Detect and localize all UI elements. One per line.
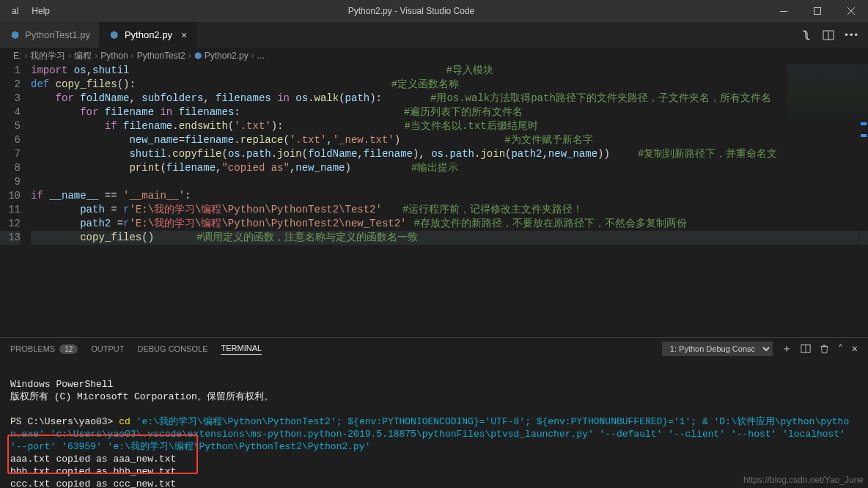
terminal-cmd: cd (113, 416, 136, 427)
overview-ruler[interactable] (858, 64, 868, 337)
title-bar: al Help Python2.py - Visual Studio Code (0, 0, 868, 22)
terminal-line: ccc.txt copied as ccc_new.txt (10, 478, 176, 488)
python-icon: ⬢ (9, 29, 21, 40)
minimize-button[interactable] (767, 0, 801, 22)
code-line[interactable]: if filename.endswith('.txt'):#当文件名以.txt后… (31, 119, 868, 133)
code-line[interactable]: for foldName, subfolders, filenames in o… (31, 92, 868, 106)
svg-rect-0 (780, 11, 787, 12)
code-line[interactable]: new_name=filename.replace('.txt','_new.t… (31, 133, 868, 147)
terminal-line: Windows PowerShell (10, 379, 113, 390)
window-title: Python2.py - Visual Studio Code (56, 6, 767, 16)
maximize-panel-icon[interactable]: ˄ (838, 343, 843, 355)
python-icon: ⬢ (194, 51, 202, 61)
code-line[interactable]: path2 =r'E:\我的学习\编程\Python\PythonTest2\n… (31, 217, 868, 231)
kill-terminal-icon[interactable] (820, 344, 829, 354)
line-number: 4 (0, 106, 21, 119)
close-window-button[interactable] (834, 0, 868, 22)
breadcrumb-seg[interactable]: PythonTest2 (137, 51, 185, 61)
line-number: 9 (0, 175, 21, 189)
terminal-output[interactable]: Windows PowerShell 版权所有 (C) Microsoft Co… (0, 360, 868, 488)
line-number: 3 (0, 92, 21, 106)
compare-changes-icon[interactable] (801, 29, 812, 41)
maximize-button[interactable] (801, 0, 834, 22)
tab-label: Python2.py (125, 29, 172, 40)
bottom-panel: PROBLEMS 12 OUTPUT DEBUG CONSOLE TERMINA… (0, 337, 868, 488)
terminal-line: aaa.txt copied as aaa_new.txt (10, 454, 176, 465)
code-line[interactable]: def copy_files():#定义函数名称 (31, 78, 868, 92)
code-editor[interactable]: 12345678910111213 import os,shutil#导入模块d… (0, 64, 868, 337)
more-actions-icon[interactable]: ••• (845, 29, 859, 40)
breadcrumb[interactable]: E:› 我的学习› 编程› Python› PythonTest2› ⬢ Pyt… (0, 48, 868, 64)
watermark-text: https://blog.csdn.net/Yao_June (743, 475, 864, 485)
line-number: 11 (0, 203, 21, 217)
code-line[interactable]: copy_files()#调用定义的函数，注意名称与定义的函数名一致 (31, 231, 868, 245)
line-number: 6 (0, 133, 21, 147)
breadcrumb-seg[interactable]: E: (13, 51, 21, 61)
close-panel-icon[interactable]: × (852, 343, 858, 355)
breadcrumb-seg[interactable]: 我的学习 (30, 50, 65, 62)
code-area[interactable]: import os,shutil#导入模块def copy_files():#定… (31, 64, 868, 337)
panel-tab-terminal[interactable]: TERMINAL (221, 344, 262, 355)
terminal-prompt: PS C:\Users\yao03> (10, 416, 113, 427)
close-icon[interactable]: × (181, 29, 187, 41)
line-number: 2 (0, 78, 21, 92)
problems-count-badge: 12 (59, 344, 78, 354)
terminal-selector[interactable]: 1: Python Debug Consc (662, 341, 773, 356)
line-number: 10 (0, 189, 21, 203)
line-number: 1 (0, 64, 21, 78)
new-terminal-icon[interactable]: ＋ (781, 342, 792, 355)
breadcrumb-seg[interactable]: Python (100, 51, 128, 61)
code-line[interactable]: if __name__ == '__main__': (31, 189, 868, 203)
editor-tabs: ⬢ PythonTest1.py ⬢ Python2.py × ••• (0, 22, 868, 48)
code-line[interactable]: print(filename,"copied as",new_name)#输出提… (31, 161, 868, 175)
panel-tab-problems[interactable]: PROBLEMS 12 (10, 344, 78, 354)
tab-label: PythonTest1.py (25, 29, 90, 40)
code-line[interactable]: path = r'E:\我的学习\编程\Python\PythonTest2\T… (31, 203, 868, 217)
line-number-gutter: 12345678910111213 (0, 64, 31, 337)
line-number: 12 (0, 217, 21, 231)
breadcrumb-seg[interactable]: 编程 (74, 50, 92, 62)
code-line[interactable] (31, 175, 868, 189)
panel-tab-debug-console[interactable]: DEBUG CONSOLE (138, 344, 208, 353)
split-terminal-icon[interactable] (801, 344, 811, 354)
menu-item-al[interactable]: al (6, 3, 24, 19)
breadcrumb-seg[interactable]: ... (257, 51, 265, 61)
minimap[interactable] (787, 64, 868, 122)
panel-tab-label: PROBLEMS (10, 344, 55, 353)
line-number: 7 (0, 147, 21, 161)
code-line[interactable]: import os,shutil#导入模块 (31, 64, 868, 78)
terminal-args: 'e:\我的学习\编程\Python\PythonTest2'; ${env:P… (10, 416, 851, 452)
python-icon: ⬢ (108, 29, 120, 40)
menu-item-help[interactable]: Help (26, 3, 56, 19)
breadcrumb-seg[interactable]: Python2.py (205, 51, 249, 61)
code-line[interactable]: for filename in filenames:#遍历列表下的所有文件名 (31, 106, 868, 119)
line-number: 8 (0, 161, 21, 175)
terminal-line: 版权所有 (C) Microsoft Corporation。保留所有权利。 (10, 391, 273, 402)
line-number: 5 (0, 119, 21, 133)
split-editor-icon[interactable] (823, 29, 834, 41)
tab-python2[interactable]: ⬢ Python2.py × (100, 22, 196, 48)
svg-rect-1 (814, 8, 821, 15)
code-line[interactable]: shutil.copyfile(os.path.join(foldName,fi… (31, 147, 868, 161)
tab-pythontest1[interactable]: ⬢ PythonTest1.py (0, 22, 100, 48)
terminal-line: bbb.txt copied as bbb_new.txt (10, 466, 176, 477)
line-number: 13 (0, 231, 21, 245)
panel-tab-output[interactable]: OUTPUT (91, 344, 124, 353)
